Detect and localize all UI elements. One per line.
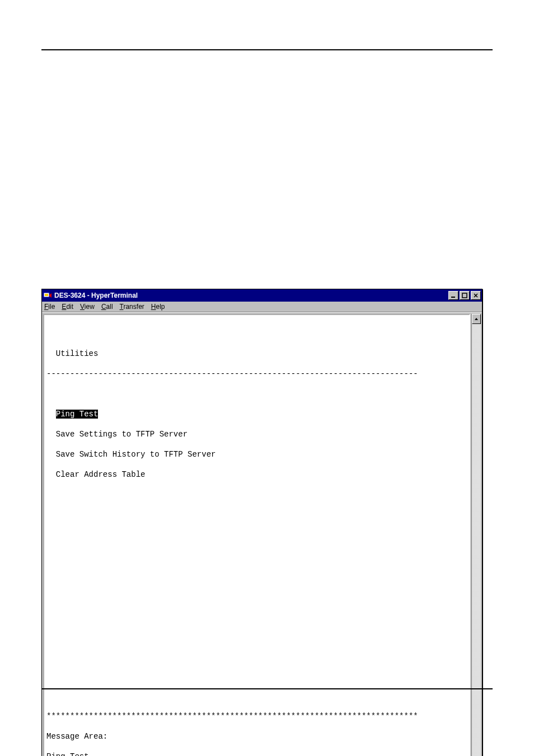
window-title: DES-3624 - HyperTerminal	[54, 292, 447, 299]
terminal[interactable]: Utilities ------------------------------…	[44, 315, 469, 756]
hyperterminal-window: DES-3624 - HyperTerminal File Edit View …	[41, 289, 483, 756]
term-blank	[46, 590, 467, 600]
menu-rest: iew	[85, 303, 95, 311]
scroll-track[interactable]	[472, 324, 481, 756]
menu-view[interactable]: View	[80, 303, 95, 311]
term-stars: ****************************************…	[46, 711, 467, 721]
term-text: Save Switch History to TFTP Server	[56, 450, 216, 459]
minimize-button[interactable]	[448, 291, 458, 300]
selected-item: Ping Test	[56, 410, 99, 419]
term-menu-item[interactable]: Save Settings to TFTP Server	[46, 429, 467, 439]
term-blank	[46, 389, 467, 399]
menu-transfer[interactable]: Transfer	[120, 303, 144, 311]
titlebar[interactable]: DES-3624 - HyperTerminal	[42, 289, 482, 302]
terminal-frame: Utilities ------------------------------…	[43, 314, 470, 756]
menu-call[interactable]: Call	[101, 303, 113, 311]
menu-rest: ransfer	[123, 303, 144, 311]
term-blank	[46, 671, 467, 681]
menu-rest: all	[106, 303, 113, 311]
term-blank	[46, 611, 467, 621]
menu-rest: dit	[66, 303, 73, 311]
term-blank	[46, 570, 467, 580]
term-text: Clear Address Table	[56, 470, 146, 479]
term-rule: ----------------------------------------…	[46, 369, 467, 379]
menubar: File Edit View Call Transfer Help	[42, 302, 482, 312]
menu-help[interactable]: Help	[151, 303, 165, 311]
term-blank	[46, 651, 467, 661]
menu-file[interactable]: File	[44, 303, 55, 311]
term-menu-selected[interactable]: Ping Test	[46, 409, 467, 419]
menu-edit[interactable]: Edit	[62, 303, 73, 311]
term-blank	[46, 510, 467, 520]
term-menu-item[interactable]: Clear Address Table	[46, 469, 467, 480]
term-menu-item[interactable]: Save Switch History to TFTP Server	[46, 449, 467, 459]
term-heading: Utilities	[46, 349, 467, 359]
scroll-up-icon[interactable]	[472, 314, 481, 324]
menu-hotkey: V	[80, 303, 85, 311]
menu-rest: elp	[156, 303, 165, 311]
term-msg-text: Ping Test.	[46, 752, 467, 756]
term-blank	[46, 490, 467, 500]
term-blank	[46, 691, 467, 701]
app-icon	[43, 291, 52, 300]
vertical-scrollbar[interactable]	[471, 314, 481, 756]
term-msg-label: Message Area:	[46, 731, 467, 741]
term-blank	[46, 530, 467, 540]
svg-rect-3	[462, 293, 467, 298]
page-top-rule	[41, 49, 493, 50]
term-blank	[46, 631, 467, 641]
term-blank	[46, 550, 467, 560]
page-bottom-rule	[41, 688, 493, 689]
svg-rect-2	[451, 297, 455, 298]
client-area: Utilities ------------------------------…	[42, 312, 482, 756]
term-text: Save Settings to TFTP Server	[56, 430, 188, 439]
menu-rest: ile	[48, 303, 55, 311]
maximize-button[interactable]	[460, 291, 470, 300]
close-button[interactable]	[471, 291, 481, 300]
menu-hotkey: C	[101, 303, 106, 311]
term-blank	[46, 328, 467, 339]
svg-rect-1	[45, 294, 48, 296]
